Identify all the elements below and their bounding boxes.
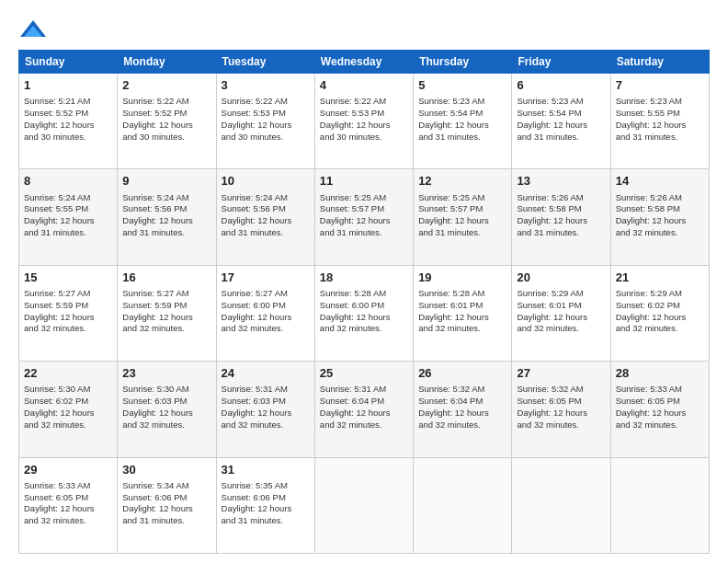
table-row: 5Sunrise: 5:23 AMSunset: 5:54 PMDaylight… [414, 74, 512, 169]
weekday-header-monday: Monday [118, 51, 216, 74]
day-info: Sunrise: 5:33 AMSunset: 6:05 PMDaylight:… [616, 384, 704, 431]
table-row: 27Sunrise: 5:32 AMSunset: 6:05 PMDayligh… [512, 362, 610, 457]
table-row: 6Sunrise: 5:23 AMSunset: 5:54 PMDaylight… [512, 74, 610, 169]
table-row: 2Sunrise: 5:22 AMSunset: 5:52 PMDaylight… [118, 74, 216, 169]
calendar-week-3: 15Sunrise: 5:27 AMSunset: 5:59 PMDayligh… [19, 265, 710, 361]
day-info: Sunrise: 5:34 AMSunset: 6:06 PMDaylight:… [122, 480, 210, 527]
day-number: 20 [517, 270, 605, 286]
day-number: 21 [616, 270, 704, 286]
day-number: 1 [24, 77, 112, 94]
table-row: 8Sunrise: 5:24 AMSunset: 5:55 PMDaylight… [19, 169, 118, 265]
day-number: 7 [616, 77, 704, 94]
table-row: 9Sunrise: 5:24 AMSunset: 5:56 PMDaylight… [118, 169, 216, 265]
day-info: Sunrise: 5:23 AMSunset: 5:54 PMDaylight:… [418, 96, 506, 143]
table-row: 22Sunrise: 5:30 AMSunset: 6:02 PMDayligh… [19, 362, 118, 457]
day-info: Sunrise: 5:28 AMSunset: 6:01 PMDaylight:… [418, 288, 506, 335]
day-number: 31 [222, 462, 310, 478]
table-row [414, 457, 512, 553]
day-number: 14 [616, 173, 704, 190]
day-number: 19 [418, 270, 506, 286]
table-row: 16Sunrise: 5:27 AMSunset: 5:59 PMDayligh… [118, 265, 216, 361]
day-number: 3 [222, 77, 310, 94]
day-info: Sunrise: 5:24 AMSunset: 5:55 PMDaylight:… [24, 192, 112, 239]
header [18, 18, 710, 40]
table-row: 15Sunrise: 5:27 AMSunset: 5:59 PMDayligh… [19, 265, 118, 361]
day-info: Sunrise: 5:30 AMSunset: 6:03 PMDaylight:… [122, 384, 210, 431]
day-info: Sunrise: 5:24 AMSunset: 5:56 PMDaylight:… [122, 192, 210, 239]
weekday-header-thursday: Thursday [414, 51, 512, 74]
day-number: 17 [222, 270, 310, 286]
calendar-week-4: 22Sunrise: 5:30 AMSunset: 6:02 PMDayligh… [19, 362, 710, 457]
day-number: 10 [222, 173, 310, 190]
calendar-week-1: 1Sunrise: 5:21 AMSunset: 5:52 PMDaylight… [19, 74, 710, 169]
table-row: 26Sunrise: 5:32 AMSunset: 6:04 PMDayligh… [414, 362, 512, 457]
table-row: 7Sunrise: 5:23 AMSunset: 5:55 PMDaylight… [610, 74, 709, 169]
day-info: Sunrise: 5:23 AMSunset: 5:54 PMDaylight:… [517, 96, 605, 143]
day-number: 11 [320, 173, 408, 190]
weekday-header-friday: Friday [512, 51, 610, 74]
day-number: 6 [517, 77, 605, 94]
day-info: Sunrise: 5:29 AMSunset: 6:02 PMDaylight:… [616, 288, 704, 335]
day-number: 4 [320, 77, 408, 94]
table-row: 20Sunrise: 5:29 AMSunset: 6:01 PMDayligh… [512, 265, 610, 361]
table-row: 31Sunrise: 5:35 AMSunset: 6:06 PMDayligh… [216, 457, 314, 553]
table-row: 29Sunrise: 5:33 AMSunset: 6:05 PMDayligh… [19, 457, 118, 553]
calendar-week-2: 8Sunrise: 5:24 AMSunset: 5:55 PMDaylight… [19, 169, 710, 265]
day-info: Sunrise: 5:27 AMSunset: 5:59 PMDaylight:… [24, 288, 112, 335]
day-number: 28 [616, 365, 704, 382]
day-info: Sunrise: 5:27 AMSunset: 6:00 PMDaylight:… [222, 288, 310, 335]
table-row: 21Sunrise: 5:29 AMSunset: 6:02 PMDayligh… [610, 265, 709, 361]
day-info: Sunrise: 5:23 AMSunset: 5:55 PMDaylight:… [616, 96, 704, 143]
table-row: 28Sunrise: 5:33 AMSunset: 6:05 PMDayligh… [610, 362, 709, 457]
weekday-header-sunday: Sunday [19, 51, 118, 74]
day-info: Sunrise: 5:24 AMSunset: 5:56 PMDaylight:… [222, 192, 310, 239]
table-row: 19Sunrise: 5:28 AMSunset: 6:01 PMDayligh… [414, 265, 512, 361]
table-row: 18Sunrise: 5:28 AMSunset: 6:00 PMDayligh… [314, 265, 413, 361]
day-number: 24 [222, 365, 310, 382]
day-number: 16 [122, 270, 210, 286]
table-row [512, 457, 610, 553]
day-info: Sunrise: 5:33 AMSunset: 6:05 PMDaylight:… [24, 480, 112, 527]
day-info: Sunrise: 5:22 AMSunset: 5:53 PMDaylight:… [222, 96, 310, 143]
day-info: Sunrise: 5:21 AMSunset: 5:52 PMDaylight:… [24, 96, 112, 143]
day-number: 8 [24, 173, 112, 190]
table-row: 13Sunrise: 5:26 AMSunset: 5:58 PMDayligh… [512, 169, 610, 265]
day-number: 13 [517, 173, 605, 190]
day-info: Sunrise: 5:25 AMSunset: 5:57 PMDaylight:… [418, 192, 506, 239]
table-row: 30Sunrise: 5:34 AMSunset: 6:06 PMDayligh… [118, 457, 216, 553]
day-number: 9 [122, 173, 210, 190]
day-info: Sunrise: 5:30 AMSunset: 6:02 PMDaylight:… [24, 384, 112, 431]
day-number: 25 [320, 365, 408, 382]
calendar-table: SundayMondayTuesdayWednesdayThursdayFrid… [18, 50, 710, 554]
day-number: 26 [418, 365, 506, 382]
table-row: 11Sunrise: 5:25 AMSunset: 5:57 PMDayligh… [314, 169, 413, 265]
day-info: Sunrise: 5:32 AMSunset: 6:04 PMDaylight:… [418, 384, 506, 431]
calendar-week-5: 29Sunrise: 5:33 AMSunset: 6:05 PMDayligh… [19, 457, 710, 553]
page: SundayMondayTuesdayWednesdayThursdayFrid… [0, 0, 728, 563]
table-row: 25Sunrise: 5:31 AMSunset: 6:04 PMDayligh… [314, 362, 413, 457]
day-number: 12 [418, 173, 506, 190]
day-info: Sunrise: 5:25 AMSunset: 5:57 PMDaylight:… [320, 192, 408, 239]
weekday-header-saturday: Saturday [610, 51, 709, 74]
table-row [314, 457, 413, 553]
table-row: 23Sunrise: 5:30 AMSunset: 6:03 PMDayligh… [118, 362, 216, 457]
day-info: Sunrise: 5:22 AMSunset: 5:53 PMDaylight:… [320, 96, 408, 143]
day-info: Sunrise: 5:22 AMSunset: 5:52 PMDaylight:… [122, 96, 210, 143]
table-row: 14Sunrise: 5:26 AMSunset: 5:58 PMDayligh… [610, 169, 709, 265]
table-row: 17Sunrise: 5:27 AMSunset: 6:00 PMDayligh… [216, 265, 314, 361]
day-number: 30 [122, 462, 210, 478]
day-info: Sunrise: 5:31 AMSunset: 6:04 PMDaylight:… [320, 384, 408, 431]
day-number: 2 [122, 77, 210, 94]
table-row: 24Sunrise: 5:31 AMSunset: 6:03 PMDayligh… [216, 362, 314, 457]
day-info: Sunrise: 5:26 AMSunset: 5:58 PMDaylight:… [616, 192, 704, 239]
day-number: 15 [24, 270, 112, 286]
logo [18, 18, 55, 40]
table-row [610, 457, 709, 553]
table-row: 10Sunrise: 5:24 AMSunset: 5:56 PMDayligh… [216, 169, 314, 265]
day-number: 29 [24, 462, 112, 478]
day-info: Sunrise: 5:27 AMSunset: 5:59 PMDaylight:… [122, 288, 210, 335]
table-row: 3Sunrise: 5:22 AMSunset: 5:53 PMDaylight… [216, 74, 314, 169]
day-info: Sunrise: 5:35 AMSunset: 6:06 PMDaylight:… [222, 480, 310, 527]
day-number: 22 [24, 365, 112, 382]
day-info: Sunrise: 5:28 AMSunset: 6:00 PMDaylight:… [320, 288, 408, 335]
